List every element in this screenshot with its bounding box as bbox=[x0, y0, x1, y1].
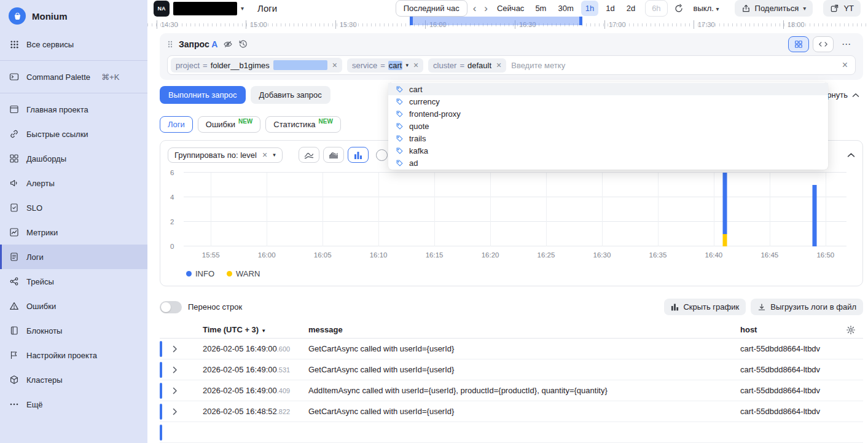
sidebar-item-errors[interactable]: Ошибки bbox=[0, 294, 147, 318]
dropdown-option-trails[interactable]: trails bbox=[388, 132, 828, 144]
code-view-button[interactable] bbox=[813, 36, 834, 52]
sidebar-item-label: Метрики bbox=[26, 228, 58, 237]
time-range-picker-button[interactable]: Последний час bbox=[396, 0, 467, 17]
dropdown-option-currency[interactable]: currency bbox=[388, 95, 828, 108]
filter-chip-cluster[interactable]: cluster = default × bbox=[428, 58, 506, 73]
chart-x-tick-label: 16:15 bbox=[426, 251, 444, 259]
sidebar-item-notebooks[interactable]: Блокноты bbox=[0, 318, 147, 343]
custom-range-input[interactable]: 6h bbox=[645, 0, 667, 17]
chevron-down-icon[interactable]: ▾ bbox=[405, 62, 409, 68]
logo[interactable]: Monium bbox=[0, 0, 147, 32]
wrap-lines-toggle[interactable] bbox=[160, 301, 182, 313]
clear-filters-icon[interactable]: × bbox=[842, 60, 848, 70]
chart-gridline-x bbox=[602, 173, 603, 246]
app-name: Monium bbox=[32, 11, 68, 22]
table-settings-gear-icon[interactable] bbox=[846, 325, 856, 335]
range-forward-button[interactable]: › bbox=[482, 3, 490, 14]
clear-group-by-icon[interactable]: × bbox=[262, 151, 267, 159]
line-chart-type-button[interactable] bbox=[299, 147, 319, 163]
sidebar-item-traces[interactable]: Трейсы bbox=[0, 269, 147, 294]
hide-chart-button[interactable]: Скрыть график bbox=[664, 299, 746, 315]
filter-chip-project[interactable]: project = folder__b1gimes × bbox=[171, 58, 342, 73]
sidebar-item-project-home[interactable]: Главная проекта bbox=[0, 97, 147, 122]
column-header-time[interactable]: Time (UTC + 3)▼ bbox=[203, 325, 308, 334]
chart-y-tick-label: 6 bbox=[170, 169, 174, 176]
tab-statistics[interactable]: Статистика NEW bbox=[265, 116, 341, 133]
sidebar-item-alerts[interactable]: Алерты bbox=[0, 171, 147, 195]
sidebar-item-label: Ещё bbox=[26, 400, 43, 409]
range-back-button[interactable]: ‹ bbox=[471, 3, 479, 14]
table-row[interactable]: 2026-02-05 16:49:00.409 AddItemAsync cal… bbox=[160, 380, 863, 401]
sidebar-item-dashboards[interactable]: Дашборды bbox=[0, 146, 147, 171]
label-filter-input[interactable]: project = folder__b1gimes × service = ca… bbox=[167, 55, 856, 75]
page-title: Логи bbox=[257, 3, 277, 14]
share-button[interactable]: Поделиться ▾ bbox=[735, 0, 813, 17]
chart-bar-info[interactable] bbox=[723, 173, 727, 234]
timeline-selection[interactable] bbox=[410, 17, 582, 25]
dropdown-option-frontend-proxy[interactable]: frontend-proxy bbox=[388, 108, 828, 120]
filter-chip-service[interactable]: service = cart ▾ × bbox=[347, 58, 423, 73]
expand-row-icon[interactable] bbox=[173, 387, 178, 394]
dropdown-option-kafka[interactable]: kafka bbox=[388, 144, 828, 157]
table-row[interactable]: 2026-02-05 16:49:00.600 GetCartAsync cal… bbox=[160, 339, 863, 359]
bar-chart-type-button[interactable] bbox=[348, 147, 369, 163]
expand-row-icon[interactable] bbox=[173, 366, 178, 374]
collapse-chart-icon[interactable] bbox=[847, 152, 855, 158]
range-preset-1d[interactable]: 1d bbox=[601, 1, 619, 16]
topbar: NA ▾ Логи Последний час ‹ › Сейчас 5m 30… bbox=[147, 0, 868, 17]
export-logs-button[interactable]: Выгрузить логи в файл bbox=[751, 299, 863, 315]
table-row-partial[interactable] bbox=[160, 422, 863, 443]
expand-row-icon[interactable] bbox=[173, 408, 178, 415]
range-preset-2d[interactable]: 2d bbox=[622, 1, 639, 16]
tab-logs[interactable]: Логи bbox=[160, 116, 193, 133]
drag-handle-icon[interactable] bbox=[167, 40, 173, 49]
dropdown-option-ad[interactable]: ad bbox=[388, 157, 828, 169]
jump-to-now-button[interactable]: Сейчас bbox=[493, 1, 528, 16]
table-row[interactable]: 2026-02-05 16:49:00.531 GetCartAsync cal… bbox=[160, 359, 863, 380]
auto-refresh-dropdown[interactable]: выкл. ▾ bbox=[690, 1, 723, 16]
sidebar-item-command-palette[interactable]: Command Palette ⌘+K bbox=[0, 65, 147, 89]
area-chart-type-button[interactable] bbox=[323, 147, 344, 163]
chart-bar-info[interactable] bbox=[812, 185, 816, 246]
remove-filter-icon[interactable]: × bbox=[413, 61, 418, 69]
expand-row-icon[interactable] bbox=[173, 345, 178, 353]
refresh-icon[interactable] bbox=[671, 4, 687, 14]
dropdown-option-quote[interactable]: quote bbox=[388, 120, 828, 132]
table-row[interactable]: 2026-02-05 16:48:52.822 GetCartAsync cal… bbox=[160, 401, 863, 422]
hide-query-eye-icon[interactable] bbox=[223, 39, 233, 49]
chevron-down-icon: ▾ bbox=[241, 5, 244, 12]
run-query-button[interactable]: Выполнить запрос bbox=[160, 86, 246, 104]
query-more-menu[interactable]: ⋯ bbox=[837, 39, 856, 50]
sidebar-item-quick-links[interactable]: Быстрые ссылки bbox=[0, 122, 147, 146]
range-preset-30m[interactable]: 30m bbox=[553, 1, 577, 16]
range-preset-1h[interactable]: 1h bbox=[581, 1, 598, 16]
remove-filter-icon[interactable]: × bbox=[332, 61, 337, 69]
builder-view-button[interactable] bbox=[788, 36, 809, 52]
add-query-button[interactable]: Добавить запрос bbox=[251, 86, 330, 104]
sidebar-item-project-settings[interactable]: Настройки проекта bbox=[0, 343, 147, 367]
browser-window-icon bbox=[9, 104, 19, 114]
sidebar-item-logs[interactable]: Логи bbox=[0, 245, 147, 269]
project-switcher[interactable]: NA ▾ bbox=[154, 1, 244, 17]
range-preset-5m[interactable]: 5m bbox=[531, 1, 550, 16]
sidebar-item-clusters[interactable]: Кластеры bbox=[0, 367, 147, 392]
tab-errors[interactable]: Ошибки NEW bbox=[198, 116, 261, 133]
remove-filter-icon[interactable]: × bbox=[496, 61, 501, 69]
sidebar-item-more[interactable]: Ещё bbox=[0, 392, 147, 417]
label-input[interactable] bbox=[511, 61, 837, 70]
group-by-select[interactable]: Группировать по: level × ▾ bbox=[168, 147, 283, 163]
sidebar-item-slo[interactable]: SLO bbox=[0, 195, 147, 220]
sidebar-item-label: Главная проекта bbox=[26, 105, 88, 114]
sidebar-item-all-services[interactable]: Все сервисы bbox=[0, 32, 147, 57]
legend-item-info[interactable]: INFO bbox=[186, 269, 214, 278]
sidebar-item-label: Быстрые ссылки bbox=[26, 130, 88, 139]
dropdown-option-cart[interactable]: cart bbox=[388, 83, 828, 95]
legend-item-warn[interactable]: WARN bbox=[227, 269, 260, 278]
sidebar-item-metrics[interactable]: Метрики bbox=[0, 220, 147, 245]
new-badge: NEW bbox=[238, 118, 252, 125]
chart-bar-warn[interactable] bbox=[723, 234, 727, 246]
timeline-scrubber[interactable]: 14:30 15:00 15:30 16:00 16:30 17:00 17:3… bbox=[147, 17, 868, 25]
open-in-yt-button[interactable]: YT bbox=[823, 0, 861, 17]
query-history-icon[interactable] bbox=[238, 39, 248, 49]
pie-chart-type-button[interactable] bbox=[376, 149, 388, 161]
